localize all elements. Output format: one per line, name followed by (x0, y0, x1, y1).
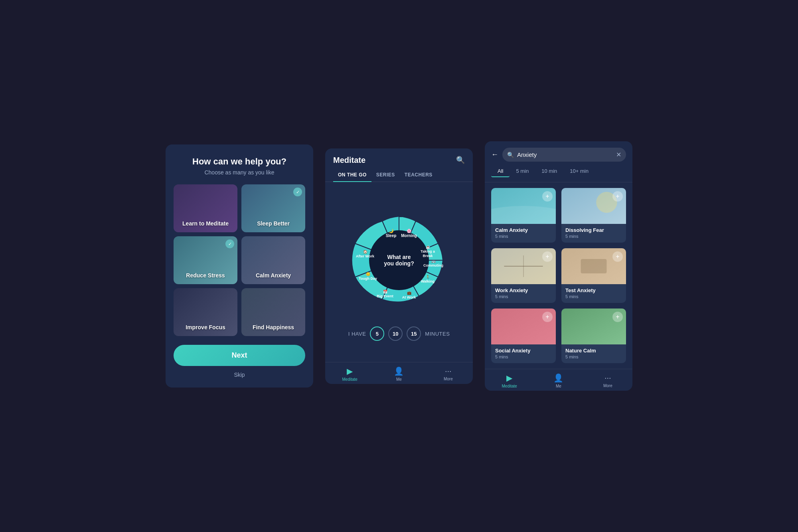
result-dissolving-fear-info: Dissolving Fear 5 mins (561, 224, 626, 243)
result-nature-calm[interactable]: + Nature Calm 5 mins (561, 309, 626, 363)
nav-more-label: More (444, 377, 453, 381)
clear-search-button[interactable]: ✕ (616, 151, 621, 158)
calm-anxiety-duration: 5 mins (495, 234, 552, 239)
add-test-anxiety[interactable]: + (612, 251, 623, 262)
dissolving-fear-title: Dissolving Fear (565, 227, 622, 233)
tab-on-the-go[interactable]: ON THE GO (333, 169, 371, 182)
timer-unit: MINUTES (425, 331, 450, 337)
result-calm-anxiety[interactable]: + Calm Anxiety 5 mins (491, 188, 556, 243)
back-button[interactable]: ← (491, 150, 498, 159)
option-happiness-label: Find Happiness (253, 324, 294, 330)
activity-wheel[interactable]: 🌙 Sleep 🌸 Morning ☕ Taking a Break 🚌 Com… (339, 200, 459, 320)
add-work-anxiety[interactable]: + (542, 251, 553, 262)
s3-nav-more-label: More (603, 384, 612, 388)
meditate-tabs: ON THE GO SERIES TEACHERS (325, 169, 473, 182)
search-input[interactable] (517, 151, 613, 158)
svg-text:Walking: Walking (421, 279, 435, 283)
search-bar-icon: 🔍 (507, 152, 514, 158)
result-social-anxiety-img: + (491, 309, 556, 344)
nav-meditate[interactable]: ▶ Meditate (325, 366, 374, 382)
svg-text:After Work: After Work (356, 254, 375, 258)
screen-search: ← 🔍 ✕ All 5 min 10 min 10+ min (485, 141, 632, 391)
svg-text:😔: 😔 (366, 272, 371, 277)
search-header: ← 🔍 ✕ (485, 141, 632, 166)
option-learn[interactable]: Learn to Meditate (174, 184, 237, 232)
more-icon: ··· (445, 366, 452, 376)
option-calm[interactable]: Calm Anxiety (241, 236, 305, 284)
svg-text:☕: ☕ (426, 245, 431, 249)
s3-play-icon: ▶ (506, 373, 512, 383)
test-anxiety-title: Test Anxiety (565, 287, 622, 293)
result-calm-anxiety-img: + (491, 188, 556, 224)
svg-text:🏠: 🏠 (363, 249, 368, 254)
result-dissolving-fear-img: + (561, 188, 626, 224)
next-button[interactable]: Next (174, 345, 305, 366)
svg-text:Break: Break (423, 254, 433, 258)
add-dissolving-fear[interactable]: + (612, 191, 623, 202)
filter-10plus[interactable]: 10+ min (563, 166, 595, 177)
result-calm-anxiety-info: Calm Anxiety 5 mins (491, 224, 556, 243)
svg-text:Commuting: Commuting (423, 263, 443, 267)
search-bar[interactable]: 🔍 ✕ (502, 148, 626, 162)
play-icon: ▶ (347, 366, 353, 376)
help-title: How can we help you? (192, 156, 286, 167)
wheel-svg: 🌙 Sleep 🌸 Morning ☕ Taking a Break 🚌 Com… (339, 200, 459, 320)
svg-text:🌙: 🌙 (389, 228, 394, 233)
s3-nav-meditate-label: Meditate (502, 384, 517, 388)
add-social-anxiety[interactable]: + (542, 312, 553, 322)
search-icon[interactable]: 🔍 (456, 156, 465, 164)
timer-5[interactable]: 5 (370, 326, 384, 341)
filter-10min[interactable]: 10 min (535, 166, 563, 177)
filter-tabs: All 5 min 10 min 10+ min (485, 166, 632, 182)
timer-10[interactable]: 10 (388, 326, 403, 341)
add-nature-calm[interactable]: + (612, 312, 623, 322)
test-anxiety-duration: 5 mins (565, 294, 622, 299)
s3-person-icon: 👤 (553, 373, 563, 383)
social-anxiety-duration: 5 mins (495, 354, 552, 359)
sleep-checkmark: ✓ (293, 188, 302, 196)
svg-text:Sleep: Sleep (386, 233, 397, 238)
nav-more[interactable]: ··· More (424, 366, 473, 382)
option-happiness[interactable]: Find Happiness (241, 288, 305, 336)
tab-series[interactable]: SERIES (371, 169, 400, 182)
search-results: + Calm Anxiety 5 mins (485, 182, 632, 369)
nav-me-label: Me (396, 377, 402, 382)
reduce-checkmark: ✓ (225, 239, 234, 248)
s3-more-icon: ··· (604, 373, 611, 382)
timer-label: I HAVE (348, 331, 366, 337)
filter-all[interactable]: All (491, 166, 510, 177)
result-work-anxiety-img: + (491, 248, 556, 284)
option-improve[interactable]: Improve Focus (174, 288, 237, 336)
s3-nav-me[interactable]: 👤 Me (534, 373, 583, 388)
result-nature-calm-img: + (561, 309, 626, 344)
add-calm-anxiety[interactable]: + (542, 191, 553, 202)
svg-text:📅: 📅 (383, 289, 388, 294)
option-sleep[interactable]: ✓ Sleep Better (241, 184, 305, 232)
skip-link[interactable]: Skip (234, 372, 245, 378)
result-nature-calm-info: Nature Calm 5 mins (561, 344, 626, 363)
svg-text:At Work: At Work (402, 295, 416, 299)
bottom-nav: ▶ Meditate 👤 Me ··· More (325, 362, 473, 384)
filter-5min[interactable]: 5 min (510, 166, 535, 177)
s3-nav-meditate[interactable]: ▶ Meditate (485, 373, 534, 388)
nav-meditate-label: Meditate (342, 377, 357, 382)
screen-meditate: Meditate 🔍 ON THE GO SERIES TEACHERS (325, 148, 473, 384)
s3-bottom-nav: ▶ Meditate 👤 Me ··· More (485, 369, 632, 391)
s3-nav-more[interactable]: ··· More (583, 373, 632, 388)
timer-15[interactable]: 15 (407, 326, 421, 341)
result-work-anxiety[interactable]: + Work Anxiety 5 mins (491, 248, 556, 303)
tab-teachers[interactable]: TEACHERS (400, 169, 437, 182)
svg-text:🌸: 🌸 (407, 228, 412, 233)
nav-me[interactable]: 👤 Me (374, 366, 423, 382)
options-grid: Learn to Meditate ✓ Sleep Better ✓ Reduc… (174, 184, 305, 336)
result-test-anxiety[interactable]: + Test Anxiety 5 mins (561, 248, 626, 303)
option-reduce[interactable]: ✓ Reduce Stress (174, 236, 237, 284)
result-social-anxiety[interactable]: + Social Anxiety 5 mins (491, 309, 556, 363)
option-improve-label: Improve Focus (186, 324, 225, 330)
nature-calm-duration: 5 mins (565, 354, 622, 359)
s3-nav-me-label: Me (556, 384, 561, 388)
result-dissolving-fear[interactable]: + Dissolving Fear 5 mins (561, 188, 626, 243)
result-test-anxiety-info: Test Anxiety 5 mins (561, 284, 626, 303)
person-icon: 👤 (394, 366, 404, 376)
svg-text:Morning: Morning (401, 233, 417, 238)
